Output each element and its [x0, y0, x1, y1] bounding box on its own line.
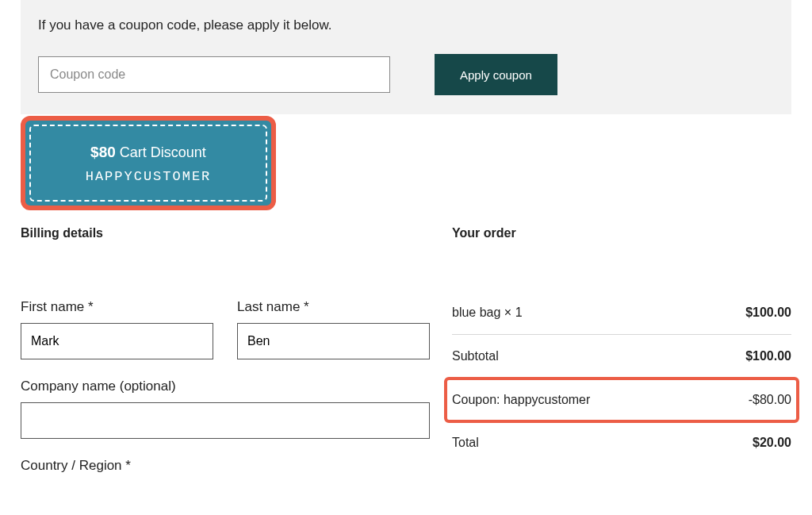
coupon-badge-line: $80 Cart Discount	[37, 144, 259, 161]
company-label: Company name (optional)	[21, 379, 430, 394]
order-section: Your order blue bag × 1 $100.00 Subtotal…	[452, 226, 791, 482]
last-name-input[interactable]	[237, 323, 430, 359]
first-name-input[interactable]	[21, 323, 213, 359]
apply-coupon-button[interactable]: Apply coupon	[435, 54, 557, 95]
order-row-label: Subtotal	[452, 349, 499, 363]
order-row-value: $100.00	[745, 306, 791, 320]
order-row-label: blue bag × 1	[452, 306, 523, 320]
billing-title: Billing details	[21, 226, 430, 240]
order-row-value: $20.00	[753, 436, 791, 450]
order-row-value: $100.00	[745, 349, 791, 363]
order-title: Your order	[452, 226, 791, 240]
coupon-badge: $80 Cart Discount HAPPYCUSTOMER	[29, 125, 267, 202]
order-row-coupon: Coupon: happycustomer -$80.00	[452, 379, 791, 421]
billing-section: Billing details First name * Last name *…	[21, 226, 452, 482]
first-name-label: First name *	[21, 299, 213, 315]
coupon-code-input[interactable]	[38, 56, 390, 93]
order-row-label: Coupon: happycustomer	[452, 393, 590, 407]
coupon-row: Apply coupon	[38, 54, 774, 95]
coupon-badge-code: HAPPYCUSTOMER	[37, 169, 259, 184]
company-input[interactable]	[21, 402, 430, 439]
order-row-subtotal: Subtotal $100.00	[452, 335, 791, 379]
coupon-instruction: If you have a coupon code, please apply …	[38, 17, 774, 33]
order-row-total: Total $20.00	[452, 421, 791, 455]
order-row-product: blue bag × 1 $100.00	[452, 306, 791, 335]
last-name-label: Last name *	[237, 299, 430, 315]
coupon-panel: If you have a coupon code, please apply …	[21, 0, 791, 114]
coupon-badge-highlight: $80 Cart Discount HAPPYCUSTOMER	[21, 116, 276, 210]
coupon-badge-amount: $80	[90, 144, 116, 160]
country-label: Country / Region *	[21, 458, 430, 474]
order-row-label: Total	[452, 436, 479, 450]
coupon-badge-label: Cart Discount	[120, 144, 206, 160]
order-row-value: -$80.00	[749, 393, 791, 407]
order-summary: blue bag × 1 $100.00 Subtotal $100.00 Co…	[452, 299, 791, 455]
